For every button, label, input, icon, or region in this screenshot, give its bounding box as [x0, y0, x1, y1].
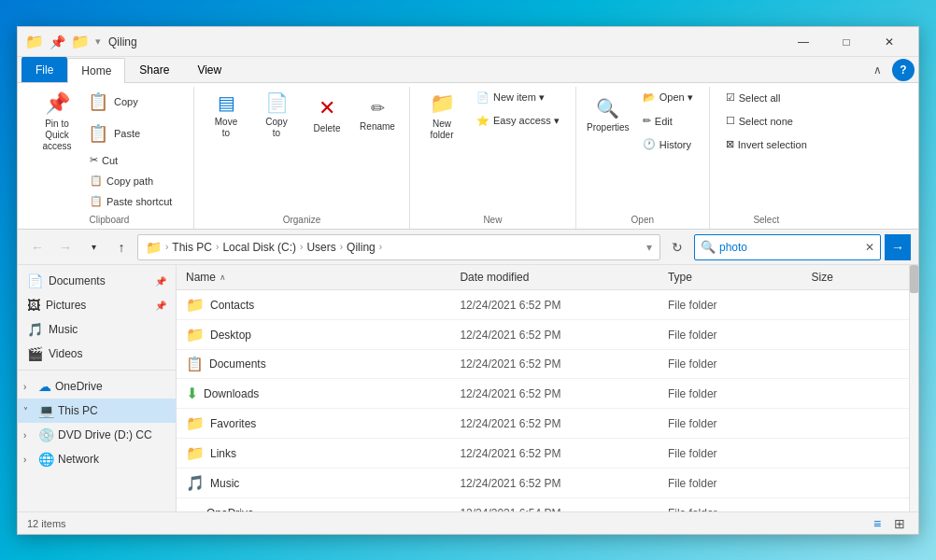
- music-icon: 🎵: [27, 322, 43, 337]
- tab-home[interactable]: Home: [67, 58, 125, 83]
- col-name-header[interactable]: Name ∧: [177, 265, 452, 289]
- copy-path-button[interactable]: 📋 Copy path: [83, 171, 186, 190]
- sidebar-item-pictures[interactable]: 🖼 Pictures 📌: [18, 293, 176, 317]
- back-button[interactable]: ←: [25, 235, 50, 259]
- list-view-button[interactable]: ≡: [868, 514, 886, 533]
- history-button[interactable]: 🕐 History: [634, 133, 702, 155]
- edit-icon: ✏: [643, 115, 651, 127]
- sidebar-item-network[interactable]: › 🌐 Network: [18, 447, 176, 471]
- edit-button[interactable]: ✏ Edit: [634, 110, 702, 132]
- thispc-icon: 💻: [38, 403, 54, 418]
- file-row-favorites[interactable]: 📁Favorites 12/24/2021 6:52 PM File folde…: [177, 409, 909, 439]
- scrollbar-thumb[interactable]: [910, 265, 918, 293]
- downloads-name: Downloads: [204, 387, 259, 400]
- address-dropdown-btn[interactable]: ▾: [646, 241, 652, 254]
- sidebar-item-dvd[interactable]: › 💿 DVD Drive (D:) CC: [18, 423, 176, 447]
- organize-label: Organize: [283, 211, 321, 229]
- select-col: ☑ Select all ☐ Select none ⊠ Invert sele…: [717, 87, 815, 155]
- file-row-contacts[interactable]: 📁Contacts 12/24/2021 6:52 PM File folder: [177, 290, 909, 320]
- sidebar-item-thispc[interactable]: ˅ 💻 This PC: [18, 399, 176, 423]
- onedrive-label: OneDrive: [55, 380, 103, 393]
- music-folder-icon: 🎵: [186, 474, 205, 492]
- file-row-links[interactable]: 📁Links 12/24/2021 6:52 PM File folder: [177, 439, 909, 469]
- breadcrumb-users[interactable]: Users: [306, 241, 335, 254]
- sidebar-item-music[interactable]: 🎵 Music: [18, 317, 176, 342]
- delete-button[interactable]: ✕ Delete: [303, 87, 351, 143]
- breadcrumb-thispc[interactable]: This PC: [172, 241, 212, 254]
- minimize-button[interactable]: —: [782, 27, 825, 57]
- file-row-desktop[interactable]: 📁Desktop 12/24/2021 6:52 PM File folder: [177, 320, 909, 350]
- easy-access-icon: ⭐: [476, 115, 489, 127]
- pin-to-quick-access-button[interactable]: 📌 Pin to Quickaccess: [33, 87, 81, 157]
- dvd-label: DVD Drive (D:) CC: [58, 428, 152, 441]
- new-folder-button[interactable]: 📁 Newfolder: [418, 87, 466, 146]
- ribbon-collapse-button[interactable]: ∧: [866, 59, 888, 81]
- ribbon-tabs: File Home Share View ∧ ?: [18, 57, 918, 83]
- easy-access-button[interactable]: ⭐ Easy access ▾: [468, 110, 568, 132]
- up-button[interactable]: ↑: [109, 235, 134, 259]
- tab-file[interactable]: File: [21, 57, 67, 82]
- tab-view[interactable]: View: [183, 57, 235, 82]
- new-item-button[interactable]: 📄 New item ▾: [468, 87, 568, 108]
- favorites-date: 12/24/2021 6:52 PM: [452, 412, 660, 436]
- file-list-header: Name ∧ Date modified Type Size: [177, 265, 909, 290]
- breadcrumb-qiling[interactable]: Qiling: [347, 241, 376, 254]
- search-input[interactable]: [719, 241, 861, 254]
- breadcrumb-localdisk[interactable]: Local Disk (C:): [222, 241, 296, 254]
- sidebar-item-onedrive[interactable]: › ☁ OneDrive: [18, 374, 176, 399]
- help-button[interactable]: ?: [892, 59, 915, 81]
- onedrive-type: File folder: [660, 501, 804, 512]
- address-bar[interactable]: 📁 › This PC › Local Disk (C:) › Users › …: [137, 234, 660, 260]
- copy-to-button[interactable]: 📄 Copyto: [252, 87, 301, 144]
- forward-button[interactable]: →: [53, 235, 78, 259]
- maximize-button[interactable]: □: [825, 27, 868, 57]
- col-size-header[interactable]: Size: [804, 265, 909, 289]
- close-button[interactable]: ✕: [868, 27, 911, 57]
- copy-label: Copy: [114, 96, 138, 107]
- rename-button[interactable]: ✏ Rename: [353, 87, 402, 143]
- scrollbar[interactable]: [909, 265, 918, 511]
- new-item-label: New item ▾: [493, 91, 545, 104]
- search-go-button[interactable]: →: [885, 234, 911, 260]
- new-folder-label: Newfolder: [430, 119, 453, 141]
- invert-selection-button[interactable]: ⊠ Invert selection: [717, 133, 815, 155]
- properties-button[interactable]: 🔍 Properties: [584, 87, 632, 143]
- select-none-button[interactable]: ☐ Select none: [717, 110, 815, 132]
- paste-button[interactable]: 📋 Paste: [83, 119, 143, 148]
- pictures-pin: 📌: [155, 301, 166, 311]
- sidebar-item-documents[interactable]: 📄 Documents 📌: [18, 269, 176, 293]
- ribbon-group-new: 📁 Newfolder 📄 New item ▾ ⭐ Easy access ▾…: [410, 87, 576, 229]
- tile-view-button[interactable]: ⊞: [890, 514, 909, 533]
- file-row-downloads[interactable]: ⬇Downloads 12/24/2021 6:52 PM File folde…: [177, 379, 909, 409]
- col-date-header[interactable]: Date modified: [452, 265, 660, 289]
- sep1: ›: [165, 242, 168, 252]
- address-folder-icon: 📁: [146, 240, 162, 255]
- contacts-type: File folder: [660, 293, 804, 317]
- search-clear-button[interactable]: ✕: [865, 241, 874, 254]
- refresh-button[interactable]: ↻: [664, 234, 690, 260]
- tab-share[interactable]: Share: [125, 57, 183, 82]
- paste-shortcut-button[interactable]: 📋 Paste shortcut: [83, 191, 186, 211]
- desktop-name: Desktop: [210, 329, 251, 342]
- copy-button[interactable]: 📋 Copy: [83, 87, 132, 117]
- open-button[interactable]: 📂 Open ▾: [634, 87, 702, 108]
- new-item-icon: 📄: [476, 91, 489, 104]
- select-all-button[interactable]: ☑ Select all: [717, 87, 815, 108]
- open-buttons: 🔍 Properties 📂 Open ▾ ✏ Edit 🕐 History: [584, 87, 702, 211]
- documents-date: 12/24/2021 6:52 PM: [452, 352, 660, 376]
- file-row-documents[interactable]: 📋Documents 12/24/2021 6:52 PM File folde…: [177, 350, 909, 379]
- select-buttons: ☑ Select all ☐ Select none ⊠ Invert sele…: [717, 87, 815, 211]
- select-all-icon: ☑: [726, 91, 735, 104]
- col-type-header[interactable]: Type: [660, 265, 804, 289]
- move-to-button[interactable]: ▤ Moveto: [202, 87, 250, 144]
- sidebar-item-videos[interactable]: 🎬 Videos: [18, 342, 176, 366]
- rename-icon: ✏: [371, 98, 385, 119]
- cut-button[interactable]: ✂ Cut: [83, 150, 186, 170]
- dropdown-back-button[interactable]: ▾: [81, 235, 106, 259]
- desktop-date: 12/24/2021 6:52 PM: [452, 323, 660, 347]
- invert-label: Invert selection: [738, 139, 807, 150]
- onedrive-chevron: ›: [23, 382, 35, 392]
- file-row-onedrive[interactable]: ☁OneDrive 12/24/2021 6:54 PM File folder: [177, 498, 909, 511]
- file-row-music[interactable]: 🎵Music 12/24/2021 6:52 PM File folder: [177, 469, 909, 498]
- links-type: File folder: [660, 441, 804, 466]
